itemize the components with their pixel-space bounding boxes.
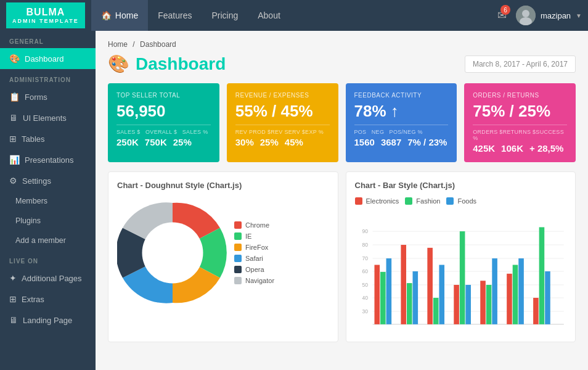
breadcrumb-home[interactable]: Home [108,40,128,49]
svg-point-3 [142,223,203,284]
stat-sub-labels-1: REV PROD $REV SERV $EXP % [235,129,330,135]
legend-label-fashion: Fashion [416,197,440,205]
bar-chart-title: Chart - Bar Style (Chart.js) [355,181,567,190]
stat-sub-values-1: 30% 25% 45% [235,137,330,147]
sidebar-item-dashboard[interactable]: 🎨 Dashboard [0,48,96,69]
chart-icon: 📊 [9,155,20,165]
doughnut-wrap [117,197,228,308]
legend-label-firefox: FireFox [245,244,268,251]
svg-text:50: 50 [362,282,368,288]
sidebar-item-members[interactable]: Members [0,191,96,211]
extras-icon: ⊞ [9,294,17,304]
sidebar-item-additional-pages[interactable]: ✦ Additional Pages [0,268,96,289]
stat-sub-values-0: 250K 750K 25% [116,137,211,147]
legend-navigator: Navigator [234,277,274,284]
sidebar-item-plugins[interactable]: Plugins [0,211,96,231]
sub-val-1-0: 30% [235,137,254,147]
legend-label-foods: Foods [457,197,476,205]
legend-dot-chrome [234,221,242,229]
svg-rect-24 [412,271,418,324]
bar-chart-wrap: 90 80 70 60 50 40 30 [355,210,567,333]
stat-card-top-seller: TOP SELLER TOTAL 56,950 SALES $ OVERALL … [108,83,219,162]
sidebar-forms-label: Forms [25,92,47,102]
breadcrumb-current: Dashboard [140,40,176,49]
svg-rect-27 [439,265,444,324]
sidebar-item-ui-elements[interactable]: 🖥 UI Elements [0,107,96,128]
doughnut-svg [117,197,228,308]
svg-point-1 [522,10,529,17]
stat-divider-3 [473,125,567,125]
sidebar-additional-pages-label: Additional Pages [22,274,82,283]
notification-badge: 6 [500,5,510,15]
stat-divider-0 [116,125,211,125]
charts-row: Chart - Doughnut Style (Chart.js) [108,171,576,342]
sidebar-landing-label: Landing Page [23,316,72,325]
nav-pricing-label: Pricing [211,10,238,20]
sidebar-add-member-label: Add a member [15,236,66,245]
nav-features[interactable]: Features [148,0,202,31]
legend-dot-fashion [405,197,412,205]
breadcrumb: Home / Dashboard [108,40,576,49]
stat-card-orders: ORDERS / RETURNS 75% / 25% ORDERS $RETUR… [464,83,576,162]
svg-rect-20 [380,272,386,324]
sub-val-3-1: 106K [501,143,523,154]
svg-rect-36 [518,258,524,324]
legend-safari: Safari [234,255,274,262]
legend-dot-ie [234,232,242,240]
sub-val-2-2: 7% / 23% [407,137,447,147]
legend-label-chrome: Chrome [245,221,269,229]
sidebar-item-forms[interactable]: 📋 Forms [0,86,96,107]
legend-dot-firefox [234,244,242,251]
sub-val-2-1: 3687 [381,137,401,147]
svg-text:80: 80 [362,242,368,248]
svg-rect-30 [465,285,471,324]
landing-icon: 🖥 [9,315,18,325]
bar-chart-card: Chart - Bar Style (Chart.js) Electronics… [346,171,576,342]
forms-icon: 📋 [9,92,20,102]
nav-features-label: Features [158,10,192,20]
sidebar-item-landing-page[interactable]: 🖥 Landing Page [0,310,96,331]
legend-chrome: Chrome [234,221,274,229]
logo[interactable]: BULMA ADMIN TEMPLATE [6,2,85,28]
sidebar-extras-label: Extras [22,295,44,304]
svg-rect-25 [427,248,433,324]
sidebar-item-add-member[interactable]: Add a member [0,231,96,250]
sidebar-section-general: General [0,31,96,48]
svg-text:60: 60 [362,268,368,274]
svg-text:30: 30 [362,308,368,314]
notification-button[interactable]: ✉ 6 [497,9,507,22]
sub-val-3-0: 425K [473,143,495,154]
sidebar-presentations-label: Presentations [25,155,74,165]
sidebar-section-liveon: Live ON [0,250,96,268]
sub-val-0-0: 250K [116,137,139,147]
nav-about-label: About [258,10,280,20]
stat-value-revenue: 55% / 45% [235,102,330,121]
svg-rect-26 [433,298,438,324]
sub-val-0-2: 25% [173,137,192,147]
sidebar-item-presentations[interactable]: 📊 Presentations [0,149,96,170]
stat-cards: TOP SELLER TOTAL 56,950 SALES $ OVERALL … [108,83,576,162]
sidebar-settings-label: Settings [22,176,51,186]
nav-home[interactable]: 🏠 Home [91,0,148,31]
logo-sub: ADMIN TEMPLATE [12,18,79,25]
nav-about[interactable]: About [248,0,290,31]
sidebar-item-settings[interactable]: ⚙ Settings [0,170,96,191]
page-title-text: Dashboard [136,54,226,74]
date-range[interactable]: March 8, 2017 - April 6, 2017 [465,56,576,73]
sidebar-item-tables[interactable]: ⊞ Tables [0,128,96,149]
user-name: mazipan [541,11,571,20]
svg-rect-33 [492,258,497,324]
user-menu[interactable]: mazipan ▼ [516,6,582,25]
svg-rect-19 [374,265,380,324]
nav-pricing[interactable]: Pricing [202,0,248,31]
svg-rect-32 [486,285,491,324]
legend-opera: Opera [234,266,274,273]
legend-label-navigator: Navigator [245,277,274,284]
sidebar-item-extras[interactable]: ⊞ Extras [0,289,96,310]
legend-label-ie: IE [245,232,251,240]
legend-dot-electronics [355,197,362,205]
stat-label-revenue: REVENUE / EXPENSES [235,92,330,99]
stat-label-orders: ORDERS / RETURNS [473,92,567,99]
legend-dot-safari [234,255,242,262]
page-title: 🎨 Dashboard [108,54,226,74]
